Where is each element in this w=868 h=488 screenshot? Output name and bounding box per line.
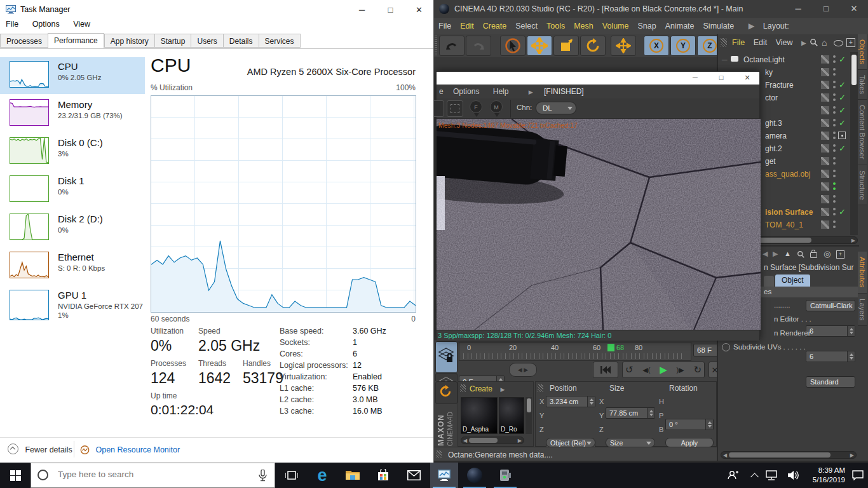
octane-minimize-button[interactable]: ─	[683, 72, 707, 85]
goto-start-button[interactable]	[593, 362, 618, 378]
plane-lock-button[interactable]	[435, 341, 458, 373]
tm-close-button[interactable]: ✕	[405, 0, 433, 20]
open-resource-monitor-link[interactable]: Open Resource Monitor	[80, 444, 180, 455]
om-ellipse-icon[interactable]	[834, 40, 843, 46]
subdivide-uvs-dropdown[interactable]: Standard	[806, 376, 855, 388]
attr-add-icon[interactable]: +	[836, 250, 844, 259]
visibility-dots-icon[interactable]	[833, 81, 836, 89]
om-home-icon[interactable]: ⌂	[822, 34, 827, 51]
layer-box-icon[interactable]	[821, 220, 829, 229]
y-axis-lock-button[interactable]: Y	[670, 36, 696, 56]
focus-picker-pin-icon[interactable]: F	[470, 100, 482, 113]
range-nudge-button[interactable]: ◀ ▶	[509, 363, 537, 377]
file-explorer-button[interactable]	[339, 463, 367, 488]
visibility-dots-icon[interactable]	[833, 220, 836, 229]
panel-drag-handle[interactable]	[460, 384, 466, 392]
start-frame-field[interactable]: 0 F	[459, 376, 505, 381]
material-picker-pin-icon[interactable]: M	[490, 100, 503, 113]
render-viewport[interactable]: Mesh:3 Nodes:1467 Movable:721 txCached:1…	[437, 119, 761, 330]
spinner-icon[interactable]	[847, 326, 855, 336]
menu-overflow-arrow-icon[interactable]: ▶	[749, 22, 755, 30]
c4d-maximize-button[interactable]: □	[812, 0, 840, 18]
last-used-tool[interactable]	[611, 36, 636, 56]
spinner-icon[interactable]	[705, 419, 713, 430]
tab-users[interactable]: Users	[191, 34, 222, 48]
apply-button[interactable]: Apply	[665, 438, 714, 447]
c4d-menu-snap[interactable]: Snap	[637, 22, 656, 30]
rotate-view-button[interactable]	[435, 381, 458, 404]
tm-maximize-button[interactable]: □	[376, 0, 405, 20]
x-axis-lock-button[interactable]: X	[644, 36, 669, 56]
c4d-menu-create[interactable]: Create	[483, 22, 507, 30]
c4d-menu-file[interactable]: File	[438, 22, 451, 30]
search-input[interactable]	[57, 469, 237, 480]
c4d-menu-select[interactable]: Select	[515, 22, 538, 30]
attr-up-icon[interactable]: ▲	[784, 250, 791, 257]
next-key-icon[interactable]: )▶	[677, 366, 684, 374]
attributes-hscrollbar[interactable]: ◀▶	[721, 451, 857, 459]
octane-maximize-button[interactable]: □	[709, 72, 733, 85]
visibility-dots-icon[interactable]	[833, 106, 836, 114]
layer-box-icon[interactable]	[821, 144, 829, 152]
panel-drag-handle[interactable]	[538, 384, 543, 392]
layer-box-icon[interactable]	[821, 208, 829, 216]
panel-drag-handle[interactable]	[721, 38, 727, 47]
play-backwards-icon[interactable]: ↺	[625, 364, 634, 376]
tab-app-history[interactable]: App history	[104, 34, 154, 48]
timeline-playhead[interactable]	[607, 344, 614, 351]
tm-menu-options[interactable]: Options	[32, 20, 60, 29]
sidebar-item-disk0[interactable]: Disk 0 (C:) 3%	[0, 133, 145, 170]
material-menu-overflow-icon[interactable]: ▶	[500, 386, 505, 393]
panel-drag-handle[interactable]	[436, 451, 442, 458]
enabled-check-icon[interactable]: ✓	[839, 142, 846, 155]
om-menu-view[interactable]: View	[776, 38, 793, 47]
vscroll-thumb[interactable]	[851, 55, 857, 85]
om-add-icon[interactable]: +	[846, 38, 855, 47]
material-vscrollbar[interactable]	[526, 397, 532, 434]
layer-box-icon[interactable]	[821, 157, 829, 165]
start-button[interactable]	[0, 463, 31, 488]
tab-processes[interactable]: Processes	[0, 34, 48, 48]
task-manager-taskbar-button[interactable]	[430, 463, 458, 488]
enabled-check-icon[interactable]: ✓	[839, 206, 846, 219]
rotation-h-field[interactable]: 0 °	[665, 419, 714, 430]
tab-content-browser[interactable]: Content Browser	[858, 100, 867, 165]
visibility-dots-icon[interactable]	[833, 119, 836, 127]
play-loop-icon[interactable]: ↻	[693, 364, 702, 376]
attr-target-icon[interactable]: ◎	[824, 249, 831, 259]
material-hscrollbar[interactable]: ◀▶	[461, 437, 524, 444]
attr-tab-object[interactable]: Object	[775, 274, 810, 287]
sidebar-item-gpu1[interactable]: GPU 1 NVIDIA GeForce RTX 207 1%	[0, 286, 145, 330]
c4d-menu-volume[interactable]: Volume	[602, 22, 629, 30]
subdivision-type-dropdown[interactable]: Catmull-Clark	[806, 300, 855, 311]
layer-box-icon[interactable]	[821, 182, 829, 191]
undo-button[interactable]	[439, 36, 465, 56]
material-create-menu[interactable]: Create	[470, 384, 492, 393]
scale-tool[interactable]	[553, 36, 579, 56]
visibility-dots-icon[interactable]	[833, 132, 836, 140]
octane-menu-overflow-icon[interactable]: ▶	[529, 89, 533, 95]
c4d-menu-animate[interactable]: Animate	[665, 22, 695, 30]
tab-takes[interactable]: Takes	[858, 70, 867, 100]
taskbar-clock[interactable]: 8:39 AM 5/16/2019	[806, 466, 845, 485]
om-menu-edit[interactable]: Edit	[754, 38, 768, 47]
camera-active-icon[interactable]	[838, 132, 846, 139]
octane-menu-options[interactable]: Options	[453, 87, 479, 96]
live-selection-tool[interactable]	[500, 36, 526, 56]
layer-box-icon[interactable]	[821, 106, 829, 114]
mail-button[interactable]	[400, 463, 428, 488]
spinner-icon[interactable]	[847, 351, 855, 362]
c4d-menu-tools[interactable]: Tools	[546, 22, 565, 30]
visibility-dots-green-icon[interactable]	[833, 182, 836, 191]
om-menu-file[interactable]: File	[732, 38, 745, 47]
size-x-field[interactable]: 77.85 cm	[606, 407, 655, 419]
sidebar-item-disk2[interactable]: Disk 2 (D:) 0%	[0, 210, 145, 247]
layer-box-icon[interactable]	[821, 119, 829, 127]
enabled-check-icon[interactable]: ✓	[839, 79, 846, 92]
tm-minimize-button[interactable]: ─	[348, 0, 376, 20]
attr-search-icon[interactable]	[797, 250, 805, 259]
octane-menu-fragment[interactable]: e	[439, 87, 444, 96]
object-tree-vscrollbar[interactable]	[850, 52, 858, 235]
enabled-check-icon[interactable]: ✓	[839, 104, 846, 117]
attr-tab-partial[interactable]	[764, 276, 774, 287]
